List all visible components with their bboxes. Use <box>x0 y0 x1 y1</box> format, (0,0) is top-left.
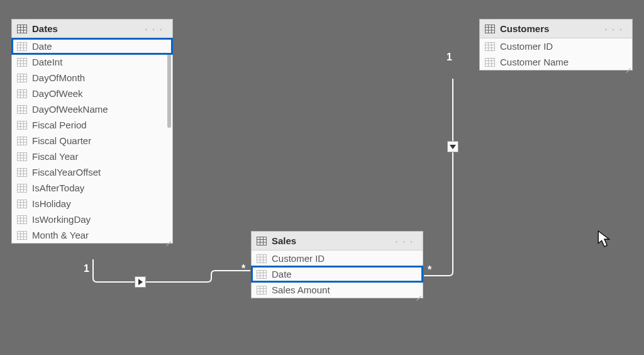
svg-rect-45 <box>18 168 27 176</box>
table-title: Dates <box>32 23 143 34</box>
field-label: Sales Amount <box>272 285 330 295</box>
table-menu-button[interactable]: · · · <box>143 24 166 34</box>
field-label: Customer ID <box>272 253 325 264</box>
cardinality-sales-left: * <box>242 263 245 274</box>
column-icon <box>17 58 27 67</box>
field-label: DayOfWeekName <box>32 104 108 115</box>
field-row[interactable]: Fiscal Period <box>12 117 172 133</box>
column-icon <box>485 58 495 67</box>
svg-rect-75 <box>257 254 267 262</box>
table-sales[interactable]: Sales · · · Customer IDDateSales Amount <box>251 231 423 298</box>
field-list-customers: Customer IDCustomer Name <box>480 38 632 70</box>
field-list-sales: Customer IDDateSales Amount <box>252 251 423 298</box>
table-menu-button[interactable]: · · · <box>602 24 626 34</box>
field-label: IsHoliday <box>32 198 71 209</box>
svg-rect-90 <box>486 25 495 33</box>
field-label: Fiscal Year <box>32 151 78 162</box>
field-list-dates: DateDateIntDayOfMonthDayOfWeekDayOfWeekN… <box>12 38 172 243</box>
field-row[interactable]: DayOfWeek <box>12 86 172 101</box>
table-dates[interactable]: Dates · · · DateDateIntDayOfMonthDayOfWe… <box>11 19 173 244</box>
chevron-down-icon <box>450 145 456 149</box>
field-label: IsAfterToday <box>32 183 84 193</box>
svg-rect-55 <box>18 200 27 208</box>
table-icon <box>17 25 27 33</box>
field-label: FiscalYearOffset <box>32 167 101 178</box>
column-icon <box>257 270 267 279</box>
column-icon <box>17 200 27 208</box>
resize-handle[interactable] <box>625 62 631 69</box>
svg-rect-35 <box>18 137 27 145</box>
svg-rect-95 <box>486 42 495 50</box>
field-row[interactable]: Customer ID <box>252 251 423 266</box>
table-icon <box>257 237 267 245</box>
field-row[interactable]: DayOfMonth <box>12 70 172 86</box>
cardinality-dates: 1 <box>84 263 89 274</box>
column-icon <box>17 152 27 161</box>
field-label: Fiscal Period <box>32 120 87 130</box>
table-title: Sales <box>272 235 393 246</box>
field-row[interactable]: DayOfWeekName <box>12 101 172 117</box>
svg-rect-50 <box>18 184 27 192</box>
svg-rect-60 <box>18 215 27 223</box>
column-icon <box>17 89 27 98</box>
field-row[interactable]: Fiscal Quarter <box>12 133 172 149</box>
field-label: DateInt <box>32 57 62 67</box>
chevron-right-icon <box>138 279 143 285</box>
svg-rect-85 <box>257 286 267 294</box>
field-row[interactable]: Date <box>252 266 423 282</box>
field-row[interactable]: IsAfterToday <box>12 180 172 196</box>
field-row[interactable]: DateInt <box>12 54 172 70</box>
field-row[interactable]: Fiscal Year <box>12 149 172 164</box>
field-row[interactable]: IsHoliday <box>12 196 172 211</box>
svg-rect-100 <box>486 58 495 66</box>
cardinality-customers: 1 <box>447 52 452 63</box>
table-title: Customers <box>500 23 602 34</box>
relationship-direction-customers-sales[interactable] <box>447 141 458 152</box>
cardinality-sales-right: * <box>428 264 431 276</box>
column-icon <box>17 231 27 240</box>
resize-handle[interactable] <box>165 235 171 242</box>
field-row[interactable]: Customer Name <box>480 54 632 70</box>
table-header-customers[interactable]: Customers · · · <box>480 20 632 38</box>
field-label: DayOfWeek <box>32 88 83 99</box>
column-icon <box>17 184 27 193</box>
column-icon <box>17 168 27 177</box>
mouse-cursor <box>597 230 611 248</box>
column-icon <box>17 42 27 51</box>
field-row[interactable]: Date <box>12 38 172 54</box>
field-label: Fiscal Quarter <box>32 135 91 146</box>
column-icon <box>257 254 267 263</box>
column-icon <box>17 215 27 224</box>
column-icon <box>257 286 267 295</box>
svg-rect-70 <box>257 237 267 245</box>
table-customers[interactable]: Customers · · · Customer IDCustomer Name <box>479 19 633 70</box>
field-row[interactable]: Customer ID <box>480 38 632 54</box>
svg-rect-30 <box>18 121 27 129</box>
field-label: DayOfMonth <box>32 72 85 83</box>
table-menu-button[interactable]: · · · <box>393 236 416 246</box>
field-row[interactable]: IsWorkingDay <box>12 211 172 227</box>
relationship-direction-dates-sales[interactable] <box>135 276 146 288</box>
svg-rect-80 <box>257 270 267 278</box>
field-label: Month & Year <box>32 230 89 240</box>
column-icon <box>17 105 27 114</box>
column-icon <box>485 42 495 51</box>
table-header-dates[interactable]: Dates · · · <box>12 20 172 38</box>
field-label: Date <box>272 269 292 279</box>
svg-rect-15 <box>18 74 27 82</box>
resize-handle[interactable] <box>415 290 421 296</box>
field-label: Date <box>32 41 52 52</box>
table-header-sales[interactable]: Sales · · · <box>252 232 423 251</box>
svg-rect-20 <box>18 89 27 98</box>
column-icon <box>17 121 27 130</box>
field-row[interactable]: Sales Amount <box>252 282 423 298</box>
column-icon <box>17 137 27 145</box>
field-label: Customer ID <box>500 41 553 52</box>
field-row[interactable]: Month & Year <box>12 227 172 243</box>
column-icon <box>17 74 27 82</box>
field-row[interactable]: FiscalYearOffset <box>12 164 172 180</box>
svg-rect-65 <box>18 231 27 239</box>
svg-rect-10 <box>18 58 27 66</box>
svg-rect-0 <box>18 25 27 33</box>
svg-rect-40 <box>18 152 27 161</box>
